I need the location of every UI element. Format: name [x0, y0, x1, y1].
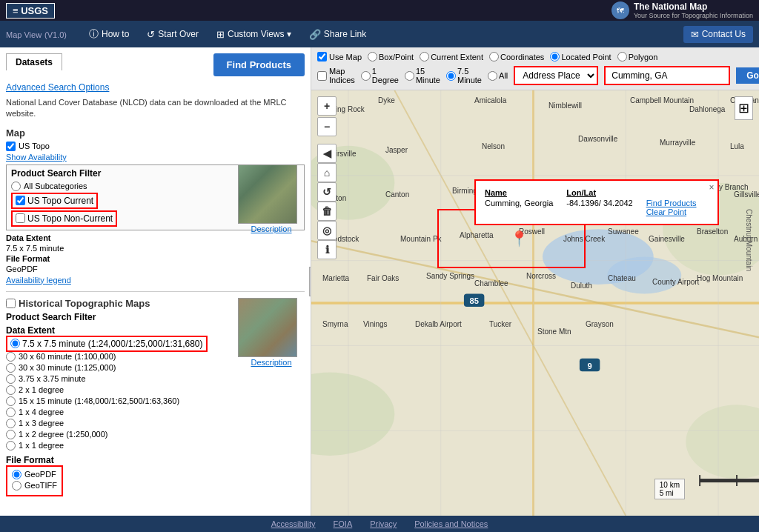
- go-button[interactable]: Go: [736, 67, 759, 84]
- radio-2-1[interactable]: [6, 385, 16, 395]
- current-extent-radio[interactable]: [420, 52, 429, 61]
- availability-legend-link[interactable]: Availability legend: [6, 276, 71, 285]
- radio-7-5-label: 7.5 x 7.5 minute (1:24,000/1:25,000/1:31…: [22, 339, 203, 349]
- radio-2-1-label: 2 x 1 degree: [19, 385, 64, 394]
- current-extent-option: Current Extent: [420, 52, 483, 61]
- nlcd-info: National Land Cover Database (NLCD) data…: [6, 97, 305, 120]
- contact-us-button[interactable]: ✉ Contact Us: [683, 26, 753, 43]
- radio-1-1-row: 1 x 1 degree: [6, 441, 305, 450]
- search-row-2: Map Indices 1 Degree 15 Minute 7.5 Minut…: [317, 66, 753, 85]
- one-degree-radio[interactable]: [361, 71, 371, 81]
- contact-icon: ✉: [691, 29, 699, 40]
- fifteen-minute-radio[interactable]: [405, 71, 414, 81]
- national-map-text: The National Map Your Source for Topogra…: [634, 1, 753, 19]
- located-point-radio[interactable]: [550, 52, 560, 61]
- map-area: Use Map Box/Point Current Extent Coordin…: [311, 47, 759, 516]
- home-button[interactable]: ⌂: [317, 163, 337, 182]
- find-products-button[interactable]: Find Products: [213, 53, 305, 76]
- seven-five-minute-radio[interactable]: [446, 71, 456, 81]
- geopdf-radio[interactable]: [12, 470, 21, 479]
- zoom-out-button[interactable]: −: [317, 117, 337, 136]
- custom-views-button[interactable]: ⊞ Custom Views ▾: [209, 26, 299, 43]
- refresh-map-button[interactable]: ↺: [317, 182, 337, 202]
- address-type-select[interactable]: Address Place: [514, 66, 598, 85]
- svg-rect-24: [700, 479, 759, 482]
- radio-1-1-label: 1 x 1 degree: [19, 441, 64, 450]
- data-extent-label-1: Data Extent: [6, 233, 51, 242]
- radio-30-60[interactable]: [6, 352, 16, 362]
- footer-privacy-link[interactable]: Privacy: [370, 519, 397, 528]
- radio-15-15-row: 15 x 15 minute (1:48,000/1:62,500/1:63,3…: [6, 396, 305, 406]
- geotiff-radio[interactable]: [12, 481, 21, 491]
- polygon-radio[interactable]: [617, 52, 627, 61]
- description-link-2[interactable]: Description: [251, 358, 291, 367]
- radio-15-15[interactable]: [6, 396, 16, 406]
- coordinates-radio[interactable]: [489, 52, 499, 61]
- file-format-label-2: File Format: [6, 455, 305, 465]
- radio-1-2[interactable]: [6, 430, 16, 439]
- footer-accessibility-link[interactable]: Accessibility: [271, 519, 316, 528]
- radio-3-75[interactable]: [6, 374, 16, 384]
- all-subcategories-label: All Subcategories: [24, 182, 87, 190]
- geopdf-row: GeoPDF: [12, 470, 57, 479]
- box-point-radio[interactable]: [368, 52, 377, 61]
- grid-icon: ⊞: [216, 29, 225, 40]
- geopdf-label: GeoPDF: [24, 470, 56, 479]
- radio-15-15-label: 15 x 15 minute (1:48,000/1:62,500/1:63,3…: [19, 396, 179, 405]
- location-button[interactable]: ◎: [317, 221, 337, 240]
- datasets-tab[interactable]: Datasets: [6, 53, 62, 70]
- nav-controls: ◀ ⌂ ↺ 🗑 ◎ ℹ: [317, 144, 337, 259]
- radio-1-4[interactable]: [6, 408, 16, 417]
- zoom-in-button[interactable]: +: [317, 96, 337, 116]
- location-pin: 📍: [510, 230, 528, 247]
- nav-bar: Map View (V1.0) ⓘ How to ↺ Start Over ⊞ …: [0, 21, 759, 47]
- info-button[interactable]: ℹ: [317, 240, 337, 259]
- share-icon: 🔗: [309, 29, 321, 40]
- share-link-button[interactable]: 🔗 Share Link: [302, 26, 374, 43]
- radio-30-30[interactable]: [6, 363, 16, 373]
- main-layout: Datasets Find Products Advanced Search O…: [0, 47, 759, 516]
- start-over-button[interactable]: ↺ Start Over: [139, 26, 206, 43]
- file-format-value-1: GeoPDF: [6, 265, 305, 273]
- popup-close-button[interactable]: ×: [709, 182, 715, 193]
- left-panel: Datasets Find Products Advanced Search O…: [0, 47, 311, 516]
- us-topo-non-current-checkbox[interactable]: [16, 213, 25, 223]
- svg-point-2: [607, 257, 681, 294]
- national-map-logo: 🗺 The National Map Your Source for Topog…: [611, 1, 753, 19]
- all-subcategories-radio[interactable]: [11, 182, 21, 191]
- popup-lat: 34.2042: [603, 199, 633, 207]
- map-container[interactable]: 85 9 Talking Rock Dyke Amicalola Nimblew…: [311, 90, 759, 516]
- radio-7-5[interactable]: [10, 339, 20, 348]
- show-availability-link[interactable]: Show Availability: [6, 153, 305, 162]
- radio-1-1[interactable]: [6, 441, 16, 450]
- radio-1-3[interactable]: [6, 419, 16, 428]
- info-popup: × Name Lon/Lat Cumming, Georgia -84.1396…: [474, 179, 719, 225]
- radio-1-4-row: 1 x 4 degree: [6, 408, 305, 417]
- map-indices-checkbox[interactable]: [317, 71, 327, 81]
- all-radio[interactable]: [488, 71, 497, 81]
- advanced-search-link[interactable]: Advanced Search Options: [6, 82, 109, 93]
- delete-button[interactable]: 🗑: [317, 202, 337, 221]
- historical-topo-checkbox[interactable]: [6, 299, 16, 308]
- popup-clear-point-link[interactable]: Clear Point: [646, 207, 686, 216]
- us-topo-current-label: US Topo Current: [27, 196, 93, 206]
- popup-find-products-link[interactable]: Find Products: [646, 199, 697, 207]
- layer-control[interactable]: ⊞: [735, 96, 753, 120]
- address-search-input[interactable]: [604, 66, 730, 85]
- pan-left-button[interactable]: ◀: [317, 144, 337, 163]
- popup-lon-value: -84.1396/ 34.2042: [566, 199, 644, 216]
- radio-2-1-row: 2 x 1 degree: [6, 385, 305, 395]
- description-link-1[interactable]: Description: [251, 225, 291, 233]
- thumbnail-image-1: [238, 164, 297, 224]
- national-map-icon: 🗺: [611, 1, 629, 19]
- use-map-checkbox[interactable]: [317, 52, 327, 61]
- footer-foia-link[interactable]: FOIA: [334, 519, 353, 528]
- footer-policies-link[interactable]: Policies and Notices: [414, 519, 488, 528]
- how-to-button[interactable]: ⓘ How to: [82, 24, 136, 44]
- popup-lon: -84.1396/: [566, 199, 600, 207]
- us-topo-checkbox[interactable]: [6, 142, 16, 151]
- radio-1-3-label: 1 x 3 degree: [19, 419, 64, 428]
- located-point-option: Located Point: [550, 52, 611, 61]
- data-extent-row-1: Data Extent: [6, 233, 305, 242]
- us-topo-current-checkbox[interactable]: [16, 196, 25, 205]
